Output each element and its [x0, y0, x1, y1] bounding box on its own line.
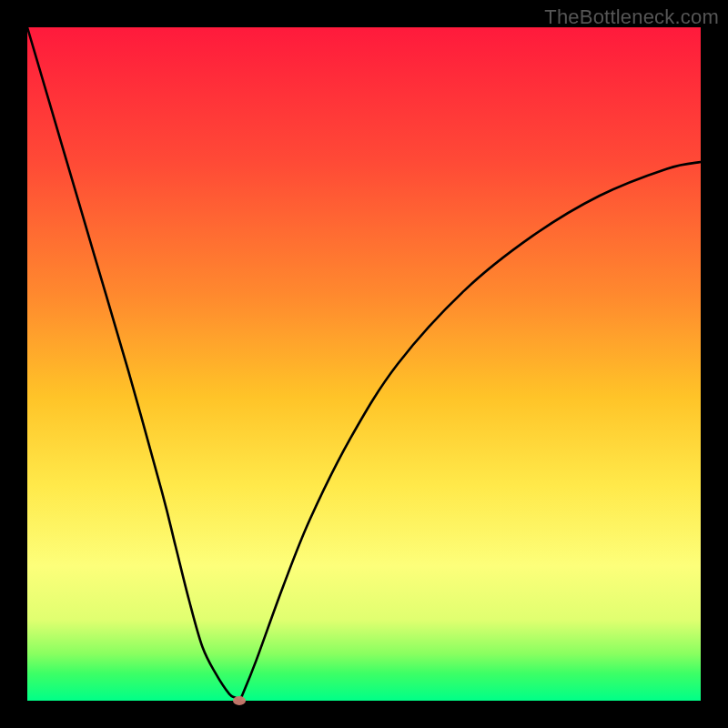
chart-frame: TheBottleneck.com: [0, 0, 728, 728]
chart-curve: [27, 27, 701, 701]
chart-marker-point: [233, 696, 246, 705]
watermark-text: TheBottleneck.com: [544, 5, 719, 29]
chart-plot-area: [27, 27, 701, 701]
